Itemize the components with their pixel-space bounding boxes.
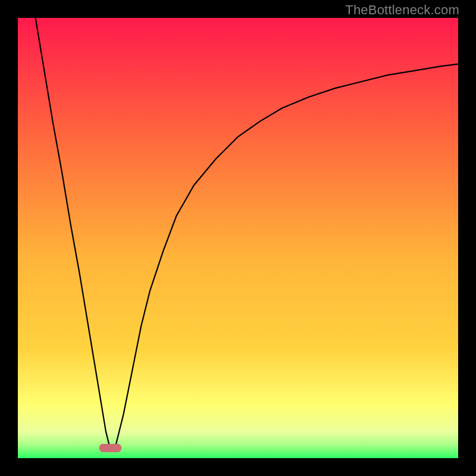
curve-right-arm <box>115 64 458 450</box>
curve-layer <box>18 18 458 458</box>
chart-frame: TheBottleneck.com <box>0 0 476 476</box>
watermark-text: TheBottleneck.com <box>345 2 459 18</box>
curve-left-arm <box>36 18 111 449</box>
plot-area <box>18 18 458 458</box>
min-marker <box>99 444 121 453</box>
